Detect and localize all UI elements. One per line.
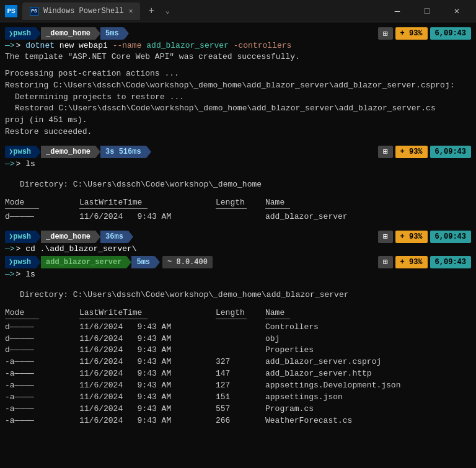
row-name: add_blazor_server.csproj bbox=[265, 356, 471, 368]
table-row: -a———— 11/6/2024 9:43 AM 151 appsettings… bbox=[5, 392, 471, 404]
cmd-prompt-1: —> bbox=[5, 41, 15, 50]
cmd-text-3: > cd .\add_blazor_server\ bbox=[16, 244, 137, 254]
tab-close-btn[interactable]: ✕ bbox=[129, 7, 133, 15]
table-row: -a———— 11/6/2024 9:43 AM 557 Program.cs bbox=[5, 404, 471, 415]
status-win-2: ⊞ bbox=[378, 146, 392, 158]
prompt-ps-4: pwsh bbox=[5, 256, 36, 268]
col-len-1: Length bbox=[216, 198, 265, 207]
output-1-0: The template "ASP.NET Core Web API" was … bbox=[5, 51, 471, 63]
prompt-dir-2: _demo_home bbox=[41, 146, 95, 158]
status-win-1: ⊞ bbox=[378, 27, 392, 40]
status-clock-4: 6,09:43 bbox=[430, 256, 471, 268]
arrow-3c bbox=[128, 231, 133, 243]
output-1-4: Restored C:\Users\dssch\Code\workshop\_d… bbox=[5, 103, 471, 115]
new-tab-button[interactable]: + bbox=[143, 2, 160, 20]
row-mode: -a———— bbox=[5, 380, 79, 392]
row-length: 147 bbox=[216, 368, 265, 380]
table-row: d————— 11/6/2024 9:43 AM obj bbox=[5, 333, 471, 345]
terminal-content: pwsh _demo_home 5ms ⊞ + 93% 6,09:43 —> >… bbox=[0, 22, 476, 468]
row-name: appsettings.Development.json bbox=[265, 380, 471, 392]
row-mode: -a———— bbox=[5, 356, 79, 368]
status-battery-3: + 93% bbox=[395, 231, 428, 243]
col-mode-1: Mode bbox=[5, 198, 79, 207]
table-row: -a———— 11/6/2024 9:43 AM 127 appsettings… bbox=[5, 380, 471, 392]
prompt-bar-3: pwsh _demo_home 36ms ⊞ + 93% 6,09:43 bbox=[5, 231, 471, 243]
row-date: 11/6/2024 9:43 AM bbox=[79, 404, 216, 415]
table-row: -a———— 11/6/2024 9:43 AM 266 WeatherFore… bbox=[5, 415, 471, 427]
row-mode: d————— bbox=[5, 322, 79, 333]
right-status-3: ⊞ + 93% 6,09:43 bbox=[378, 231, 471, 243]
maximize-button[interactable]: □ bbox=[413, 0, 441, 22]
arrow-3b bbox=[95, 231, 100, 243]
prompt-time-2: 3s 516ms bbox=[100, 146, 146, 158]
arrow-4a bbox=[36, 256, 41, 268]
prompt-ps-1: pwsh bbox=[5, 27, 36, 40]
arrow-1c bbox=[124, 27, 129, 40]
arrow-4c bbox=[155, 256, 160, 268]
tab-bar: PS Windows PowerShell ✕ + ⌄ bbox=[22, 0, 203, 22]
row-length bbox=[216, 345, 265, 356]
tab-label: Windows PowerShell bbox=[43, 7, 124, 15]
row-name: Controllers bbox=[265, 322, 471, 333]
app-icon: PS bbox=[5, 5, 17, 17]
output-1-2: Restoring C:\Users\dssch\Code\workshop\_… bbox=[5, 80, 471, 92]
arrow-2b bbox=[95, 146, 100, 158]
row-length: 266 bbox=[216, 415, 265, 427]
cmd-prompt-4: —> bbox=[5, 270, 15, 279]
row-name: Program.cs bbox=[265, 404, 471, 415]
status-battery-1: + 93% bbox=[395, 27, 428, 40]
row-date: 11/6/2024 9:43 AM bbox=[79, 415, 216, 427]
prompt-bar-2: pwsh _demo_home 3s 516ms ⊞ + 93% 6,09:43 bbox=[5, 146, 471, 158]
prompt-ps-3: pwsh bbox=[5, 231, 36, 243]
command-line-1: —> > dotnet new webapi --name add_blazor… bbox=[5, 41, 471, 50]
table-row: d————— 11/6/2024 9:43 AM Properties bbox=[5, 345, 471, 356]
table2-rows: d————— 11/6/2024 9:43 AM Controllers d——… bbox=[5, 322, 471, 427]
table-row: d————— 11/6/2024 9:43 AM Controllers bbox=[5, 322, 471, 333]
output-1-3: Determining projects to restore ... bbox=[5, 92, 471, 104]
row-date: 11/6/2024 9:43 AM bbox=[79, 380, 216, 392]
output-1-4b: proj (in 451 ms). bbox=[5, 115, 471, 126]
prompt-dir-1: _demo_home bbox=[41, 27, 95, 40]
title-bar: PS PS Windows PowerShell ✕ + ⌄ — □ ✕ bbox=[0, 0, 476, 22]
col-len-2: Length bbox=[216, 308, 265, 317]
row-name: WeatherForecast.cs bbox=[265, 415, 471, 427]
row1-name: add_blazor_server bbox=[265, 211, 471, 223]
col-name-2: Name bbox=[265, 308, 471, 317]
command-line-2: —> > ls bbox=[5, 159, 471, 169]
close-button[interactable]: ✕ bbox=[443, 0, 471, 22]
cmd-text-1: > dotnet new webapi --name add_blazor_se… bbox=[16, 41, 292, 50]
table-row: -a———— 11/6/2024 9:43 AM 327 add_blazor_… bbox=[5, 356, 471, 368]
status-clock-2: 6,09:43 bbox=[430, 146, 471, 158]
active-tab[interactable]: PS Windows PowerShell ✕ bbox=[22, 2, 140, 20]
minimize-button[interactable]: — bbox=[383, 0, 412, 22]
status-battery-2: + 93% bbox=[395, 146, 428, 158]
col-lwt-1: LastWriteTime bbox=[79, 198, 216, 207]
row-date: 11/6/2024 9:43 AM bbox=[79, 333, 216, 345]
row-mode: -a———— bbox=[5, 404, 79, 415]
status-clock-3: 6,09:43 bbox=[430, 231, 471, 243]
arrow-1a bbox=[36, 27, 41, 40]
row-name: obj bbox=[265, 333, 471, 345]
table-row: -a———— 11/6/2024 9:43 AM 147 add_blazor_… bbox=[5, 368, 471, 380]
row-length: 151 bbox=[216, 392, 265, 404]
arrow-2a bbox=[36, 146, 41, 158]
row-date: 11/6/2024 9:43 AM bbox=[79, 392, 216, 404]
col-name-1: Name bbox=[265, 198, 471, 207]
row-name: add_blazor_server.http bbox=[265, 368, 471, 380]
row-mode: -a———— bbox=[5, 368, 79, 380]
prompt-time-4: 5ms bbox=[131, 256, 155, 268]
status-battery-4: + 93% bbox=[395, 256, 428, 268]
table-row: d————— 11/6/2024 9:43 AM add_blazor_serv… bbox=[5, 211, 471, 223]
tab-dropdown-button[interactable]: ⌄ bbox=[160, 2, 175, 20]
row1-mode: d————— bbox=[5, 211, 79, 223]
cmd-text-4: > ls bbox=[16, 270, 35, 279]
table-header-1: Mode LastWriteTime Length Name bbox=[5, 198, 471, 207]
command-line-3: —> > cd .\add_blazor_server\ bbox=[5, 244, 471, 254]
row-mode: d————— bbox=[5, 333, 79, 345]
row1-date: 11/6/2024 9:43 AM bbox=[79, 211, 216, 223]
right-status-2: ⊞ + 93% 6,09:43 bbox=[378, 146, 471, 158]
row-date: 11/6/2024 9:43 AM bbox=[79, 356, 216, 368]
col-lwt-2: LastWriteTime bbox=[79, 308, 216, 317]
row-length bbox=[216, 322, 265, 333]
dir-path-1: Directory: C:\Users\dssch\Code\workshop\… bbox=[5, 180, 471, 189]
